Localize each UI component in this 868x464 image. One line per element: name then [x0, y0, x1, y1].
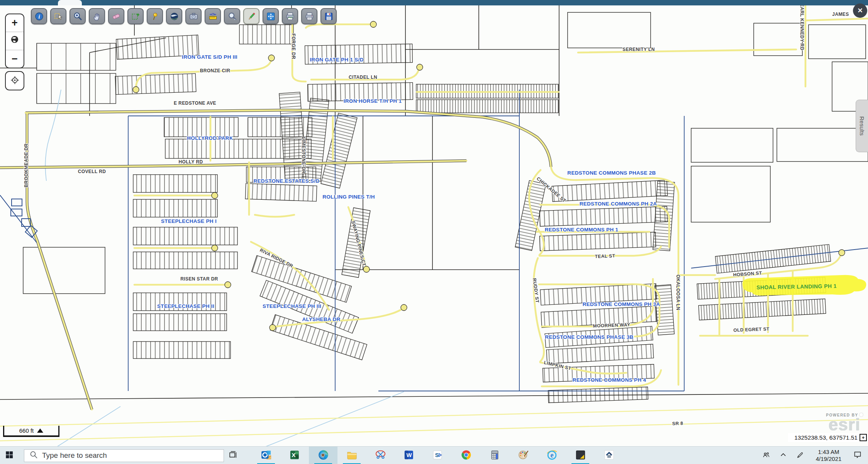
chevron-up-icon [779, 450, 788, 461]
full-extent-globe-button[interactable] [6, 32, 24, 50]
parcel-blocks-wide [37, 43, 116, 104]
map-viewport[interactable]: IRON GATE S/D PH IIIIRON GATE PH 1 S/DIR… [0, 5, 868, 446]
system-tray: 1:43 AM 4/19/2021 [758, 447, 868, 464]
taskbar-app-chrome[interactable] [452, 447, 480, 464]
zoom-in-tool-button[interactable] [70, 8, 86, 24]
printer-icon [304, 11, 315, 22]
taskbar-app-edge[interactable] [309, 447, 337, 464]
identify-tool-button[interactable]: i [31, 8, 47, 24]
taskbar-app-snipping-tool[interactable] [366, 447, 395, 464]
task-view-button[interactable] [224, 447, 242, 464]
scale-bar: 660 ft [3, 426, 59, 437]
close-button[interactable]: ✕ [853, 3, 867, 18]
edge-icon [317, 449, 329, 462]
plus-box-icon[interactable]: + [860, 434, 867, 441]
select-cursor-icon [53, 11, 64, 22]
action-center-button[interactable] [849, 447, 866, 464]
tray-hidden-icons-button[interactable] [775, 447, 792, 464]
file-explorer-icon [346, 449, 358, 462]
info-icon: i [34, 11, 44, 22]
taskbar-app-internet-explorer[interactable]: e [537, 447, 566, 464]
pan-tool-button[interactable] [89, 8, 105, 24]
camera-icon [188, 11, 199, 22]
measure-tool-button[interactable]: ? [205, 8, 221, 24]
browser-titlebar [0, 0, 868, 5]
section-lines [0, 5, 868, 399]
clock-date: 4/19/2021 [809, 456, 849, 462]
search-placeholder: Type here to search [42, 451, 107, 460]
calculator-icon [489, 449, 501, 462]
taskbar-app-word[interactable]: W [395, 447, 423, 464]
north-triangle-icon [37, 428, 43, 433]
search-highlight-blob [743, 275, 866, 296]
zoom-extent-tool-button[interactable] [263, 8, 279, 24]
tray-people-button[interactable] [758, 447, 775, 464]
save-tool-button[interactable] [320, 8, 337, 24]
zoom-extent-icon [266, 11, 276, 22]
pushpin-tool-button[interactable] [147, 8, 163, 24]
results-tab[interactable]: Results [856, 100, 868, 152]
snapshot-tool-button[interactable] [185, 8, 202, 24]
zoom-out-button[interactable]: − [6, 50, 24, 68]
search-tool-button[interactable] [224, 8, 240, 24]
windows-taskbar: Type here to search XWSe 1:43 AM 4/19/20… [0, 446, 868, 464]
start-button[interactable] [0, 447, 19, 464]
svg-text:?: ? [212, 12, 214, 16]
taskbar-apps: XWSe [252, 447, 623, 464]
coordinates-readout: 1325238.53, 637571.51 + [788, 433, 868, 442]
search-icon [29, 450, 38, 461]
parcel-map-canvas[interactable] [0, 5, 868, 446]
sharepoint-icon: S [432, 449, 444, 462]
locate-button[interactable] [5, 71, 24, 90]
svg-text:S: S [435, 452, 438, 458]
clock-time: 1:43 AM [809, 449, 849, 456]
pushpin-icon [150, 11, 160, 22]
svg-text:W: W [406, 452, 412, 458]
svg-text:X: X [292, 452, 296, 458]
eraser-icon [111, 11, 122, 22]
taskbar-app-excel[interactable]: X [280, 447, 309, 464]
scale-bar-label: 660 ft [19, 427, 34, 434]
dark-yellow-app-icon [575, 449, 587, 462]
excel-icon: X [289, 449, 301, 462]
outlook-icon [260, 449, 272, 462]
search-magnifier-icon [227, 11, 237, 22]
internet-explorer-icon: e [546, 449, 558, 462]
roads [0, 5, 868, 410]
snipping-tool-icon [375, 449, 387, 462]
taskbar-search-input[interactable]: Type here to search [24, 449, 224, 462]
taskbar-app-sharepoint[interactable]: S [423, 447, 452, 464]
export-printer-icon [285, 11, 295, 22]
export-map-tool-button[interactable] [282, 8, 298, 24]
earth-view-tool-button[interactable] [166, 8, 182, 24]
taskbar-app-file-explorer[interactable] [337, 447, 366, 464]
pan-hand-icon [92, 11, 102, 22]
highway-sr8-lines [0, 406, 868, 441]
svg-text:e: e [550, 451, 553, 459]
taskbar-app-paint[interactable] [509, 447, 537, 464]
erase-tool-button[interactable] [108, 8, 124, 24]
boundary-lines [128, 90, 868, 391]
save-floppy-icon [324, 11, 334, 22]
windows-logo-icon [4, 450, 14, 461]
print-tool-button[interactable] [301, 8, 317, 24]
zoom-in-magnifier-icon [73, 11, 83, 22]
add-selection-icon [131, 11, 141, 22]
select-features-tool-button[interactable] [50, 8, 66, 24]
taskbar-app-outlook[interactable] [252, 447, 280, 464]
tray-windows-ink-button[interactable] [792, 447, 809, 464]
browser-tab-stub[interactable] [58, 0, 82, 5]
add-selection-tool-button[interactable] [127, 8, 144, 24]
house-app-icon [603, 449, 615, 462]
parcel-blocks [115, 25, 668, 403]
zoom-in-button[interactable]: + [6, 14, 24, 32]
globe-icon [10, 34, 20, 47]
map-toolbar: i? [31, 8, 337, 24]
desktop-screen: IRON GATE S/D PH IIIIRON GATE PH 1 S/DIR… [0, 0, 868, 464]
taskbar-clock[interactable]: 1:43 AM 4/19/2021 [809, 449, 849, 462]
earth-globe-icon [169, 11, 180, 22]
draw-tool-button[interactable] [243, 8, 259, 24]
taskbar-app-calculator[interactable] [480, 447, 509, 464]
taskbar-app-property-app[interactable] [595, 447, 623, 464]
taskbar-app-gis-app[interactable] [566, 447, 595, 464]
